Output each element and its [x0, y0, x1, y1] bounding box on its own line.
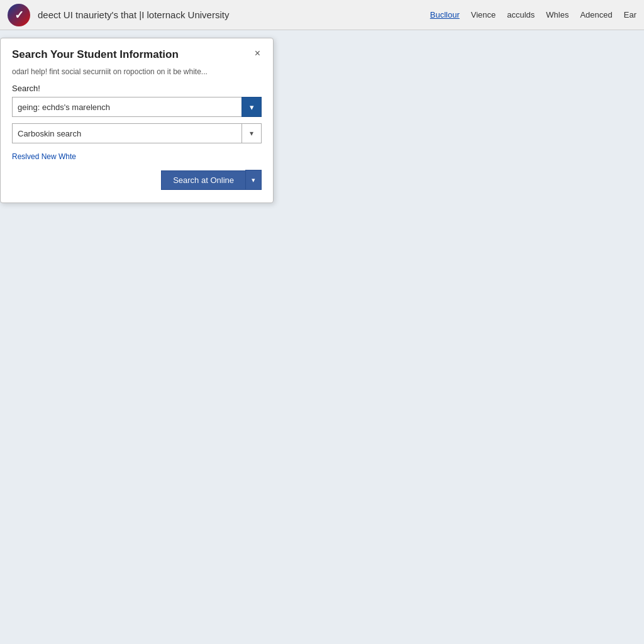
- search-online-button[interactable]: Search at Online: [161, 170, 245, 190]
- search-button-dropdown[interactable]: ▾: [245, 170, 262, 190]
- second-dropdown-button[interactable]: ▾: [242, 123, 262, 143]
- second-search-input[interactable]: [12, 123, 242, 143]
- nav-link-whles[interactable]: Whles: [546, 10, 569, 19]
- modal-footer: Search at Online ▾: [12, 170, 262, 190]
- nav-link-budllour[interactable]: Bucllour: [430, 10, 460, 19]
- navbar-title: deect UI tnauriety's that |I loternack U…: [38, 9, 430, 20]
- search-input-dropdown-button[interactable]: ▾: [242, 97, 262, 117]
- nav-link-acculds[interactable]: acculds: [507, 10, 535, 19]
- search-label: Search!: [12, 84, 262, 93]
- chevron-down-icon: ▾: [250, 103, 254, 112]
- chevron-down-icon-3: ▾: [252, 176, 255, 184]
- chevron-down-icon-2: ▾: [250, 129, 253, 138]
- modal-header: Search Your Student Information ×: [12, 48, 262, 61]
- nav-link-ear[interactable]: Ear: [624, 10, 636, 19]
- nav-link-vience[interactable]: Vience: [471, 10, 496, 19]
- modal-description: odarl help! fint social securniit on rop…: [12, 67, 262, 76]
- logo-icon: [8, 4, 30, 26]
- modal-title: Search Your Student Information: [12, 48, 179, 61]
- nav-link-adenced[interactable]: Adenced: [580, 10, 612, 19]
- close-button[interactable]: ×: [253, 48, 262, 58]
- navbar: deect UI tnauriety's that |I loternack U…: [0, 0, 644, 30]
- search-modal: Search Your Student Information × odarl …: [0, 38, 274, 203]
- search-input-row: ▾: [12, 97, 262, 117]
- reset-link[interactable]: Reslved New Whte: [12, 152, 76, 161]
- logo: [8, 4, 30, 26]
- second-select-row: ▾: [12, 123, 262, 143]
- search-input[interactable]: [12, 97, 242, 117]
- navbar-links: Bucllour Vience acculds Whles Adenced Ea…: [430, 10, 636, 19]
